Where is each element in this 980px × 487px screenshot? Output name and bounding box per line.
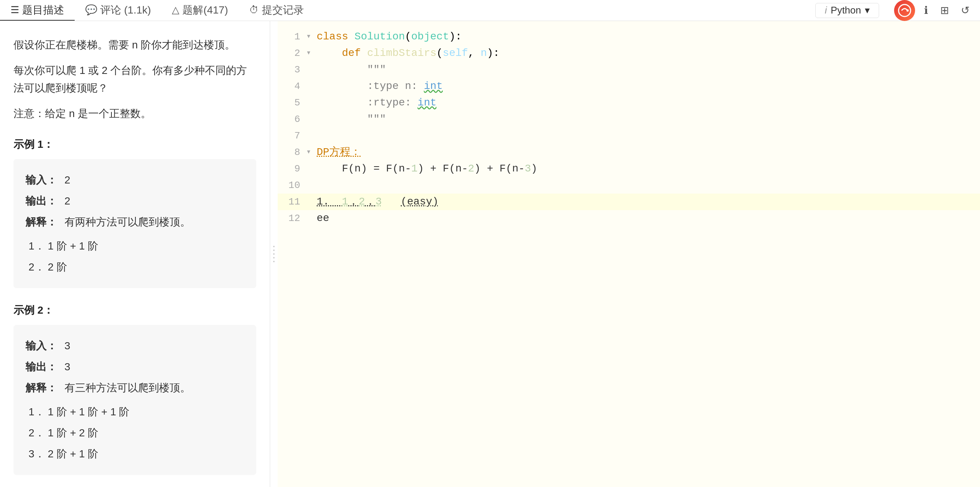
code-line-6: 6 """ bbox=[278, 111, 980, 127]
line-content-11: 1. 1，2，3 (easy) bbox=[317, 194, 974, 210]
line-num-4: 4 bbox=[284, 78, 306, 95]
code-editor-panel[interactable]: 1 ▾ class Solution(object): 2 ▾ def clim… bbox=[278, 21, 980, 487]
tab-problem-label: 题目描述 bbox=[22, 3, 64, 17]
example1-title: 示例 1： bbox=[14, 137, 256, 151]
logo bbox=[894, 0, 915, 21]
code-line-10: 10 bbox=[278, 177, 980, 194]
line-num-5: 5 bbox=[284, 95, 306, 111]
code-line-2: 2 ▾ def climbStairs(self, n): bbox=[278, 45, 980, 62]
problem-icon: ☰ bbox=[11, 4, 19, 16]
problem-panel: 假设你正在爬楼梯。需要 n 阶你才能到达楼顶。 每次你可以爬 1 或 2 个台阶… bbox=[0, 21, 270, 487]
tab-problem[interactable]: ☰ 题目描述 bbox=[0, 0, 75, 21]
top-nav: ☰ 题目描述 💬 评论 (1.1k) △ 题解(417) ⏱ 提交记录 i Py… bbox=[0, 0, 980, 21]
code-line-4: 4 :type n: int bbox=[278, 78, 980, 95]
line-num-12: 12 bbox=[284, 210, 306, 227]
code-line-12: 12 ee bbox=[278, 210, 980, 227]
solutions-icon: △ bbox=[172, 4, 179, 16]
line-content-4: :type n: int bbox=[317, 78, 974, 95]
svg-point-1 bbox=[907, 10, 909, 12]
code-line-5: 5 :rtype: int bbox=[278, 95, 980, 111]
example1-step1: 1． 1 阶 + 1 阶 bbox=[25, 236, 244, 257]
line-content-6: """ bbox=[317, 111, 974, 127]
line-content-8: DP方程： bbox=[317, 144, 974, 161]
example1-explain: 解释： 有两种方法可以爬到楼顶。 bbox=[25, 212, 244, 232]
line-num-8: 8 bbox=[284, 144, 306, 161]
line-toggle-2[interactable]: ▾ bbox=[306, 45, 317, 62]
panel-separator bbox=[270, 21, 278, 487]
tab-solutions-label: 题解(417) bbox=[182, 3, 228, 17]
example1-output-val: 2 bbox=[65, 195, 70, 207]
example2-output: 输出： 3 bbox=[25, 356, 244, 377]
line-num-1: 1 bbox=[284, 29, 306, 45]
line-content-1: class Solution(object): bbox=[317, 29, 974, 45]
problem-intro2: 每次你可以爬 1 或 2 个台阶。你有多少种不同的方法可以爬到楼顶呢？ bbox=[14, 62, 256, 97]
info-icon[interactable]: ℹ bbox=[923, 3, 930, 18]
example2-step1: 1． 1 阶 + 1 阶 + 1 阶 bbox=[25, 401, 244, 422]
logo-icon bbox=[898, 4, 912, 17]
example2-output-label: 输出： bbox=[25, 361, 57, 372]
example2-explain-val: 有三种方法可以爬到楼顶。 bbox=[65, 382, 191, 393]
line-num-3: 3 bbox=[284, 62, 306, 78]
lang-i-label: i bbox=[825, 5, 827, 16]
code-line-3: 3 """ bbox=[278, 62, 980, 78]
code-editor[interactable]: 1 ▾ class Solution(object): 2 ▾ def clim… bbox=[278, 21, 980, 487]
example2-explain-label: 解释： bbox=[25, 382, 57, 393]
language-selector[interactable]: i Python ▾ bbox=[815, 3, 879, 18]
comments-icon: 💬 bbox=[85, 4, 97, 16]
example1-output: 输出： 2 bbox=[25, 191, 244, 212]
nav-icons: ℹ ⊞ ↺ bbox=[923, 3, 971, 18]
example2-title: 示例 2： bbox=[14, 303, 256, 317]
line-num-10: 10 bbox=[284, 177, 306, 194]
code-line-9: 9 F(n) = F(n-1) + F(n-2) + F(n-3) bbox=[278, 161, 980, 177]
example2-input-val: 3 bbox=[65, 340, 70, 352]
example2-step3: 3． 2 阶 + 1 阶 bbox=[25, 444, 244, 465]
example1-input-label: 输入： bbox=[25, 174, 57, 186]
tab-solutions[interactable]: △ 题解(417) bbox=[161, 0, 238, 21]
undo-icon[interactable]: ↺ bbox=[959, 3, 971, 18]
example2-input-label: 输入： bbox=[25, 340, 57, 352]
line-num-9: 9 bbox=[284, 161, 306, 177]
layout-icon[interactable]: ⊞ bbox=[939, 3, 950, 18]
tab-comments-label: 评论 (1.1k) bbox=[100, 3, 151, 17]
example2-step2: 2． 1 阶 + 2 阶 bbox=[25, 422, 244, 444]
example2-steps: 1． 1 阶 + 1 阶 + 1 阶 2． 1 阶 + 2 阶 3． 2 阶 +… bbox=[25, 401, 244, 465]
example1-input: 输入： 2 bbox=[25, 170, 244, 191]
example1-explain-label: 解释： bbox=[25, 216, 57, 228]
example2-input: 输入： 3 bbox=[25, 336, 244, 356]
code-line-11: 11 1. 1，2，3 (easy) bbox=[278, 194, 980, 210]
line-content-3: """ bbox=[317, 62, 974, 78]
line-toggle-8[interactable]: ▾ bbox=[306, 144, 317, 161]
line-content-5: :rtype: int bbox=[317, 95, 974, 111]
code-line-7: 7 bbox=[278, 127, 980, 144]
line-content-12: ee bbox=[317, 210, 974, 227]
tab-submissions-label: 提交记录 bbox=[262, 3, 304, 17]
submissions-icon: ⏱ bbox=[249, 4, 259, 16]
line-num-6: 6 bbox=[284, 111, 306, 127]
example1-step2: 2． 2 阶 bbox=[25, 257, 244, 278]
example2-box: 输入： 3 输出： 3 解释： 有三种方法可以爬到楼顶。 1． 1 阶 + 1 … bbox=[14, 325, 256, 475]
problem-note: 注意：给定 n 是一个正整数。 bbox=[14, 105, 256, 123]
line-content-9: F(n) = F(n-1) + F(n-2) + F(n-3) bbox=[317, 161, 974, 177]
line-toggle-1[interactable]: ▾ bbox=[306, 29, 317, 45]
line-num-11: 11 bbox=[284, 194, 306, 210]
line-num-7: 7 bbox=[284, 127, 306, 144]
line-num-2: 2 bbox=[284, 45, 306, 62]
code-line-1: 1 ▾ class Solution(object): bbox=[278, 29, 980, 45]
example1-output-label: 输出： bbox=[25, 195, 57, 207]
lang-arrow: ▾ bbox=[865, 5, 870, 16]
tab-submissions[interactable]: ⏱ 提交记录 bbox=[239, 0, 314, 21]
example1-steps: 1． 1 阶 + 1 阶 2． 2 阶 bbox=[25, 236, 244, 278]
lang-label: Python bbox=[830, 5, 861, 16]
code-line-8: 8 ▾ DP方程： bbox=[278, 144, 980, 161]
example1-input-val: 2 bbox=[65, 174, 70, 186]
svg-point-0 bbox=[899, 5, 911, 16]
main-content: 假设你正在爬楼梯。需要 n 阶你才能到达楼顶。 每次你可以爬 1 或 2 个台阶… bbox=[0, 21, 980, 487]
problem-intro1: 假设你正在爬楼梯。需要 n 阶你才能到达楼顶。 bbox=[14, 36, 256, 54]
example1-explain-val: 有两种方法可以爬到楼顶。 bbox=[65, 216, 191, 228]
line-content-2: def climbStairs(self, n): bbox=[317, 45, 974, 62]
example1-box: 输入： 2 输出： 2 解释： 有两种方法可以爬到楼顶。 1． 1 阶 + 1 … bbox=[14, 159, 256, 288]
example2-explain: 解释： 有三种方法可以爬到楼顶。 bbox=[25, 377, 244, 398]
tab-comments[interactable]: 💬 评论 (1.1k) bbox=[75, 0, 161, 21]
example2-output-val: 3 bbox=[65, 361, 70, 372]
